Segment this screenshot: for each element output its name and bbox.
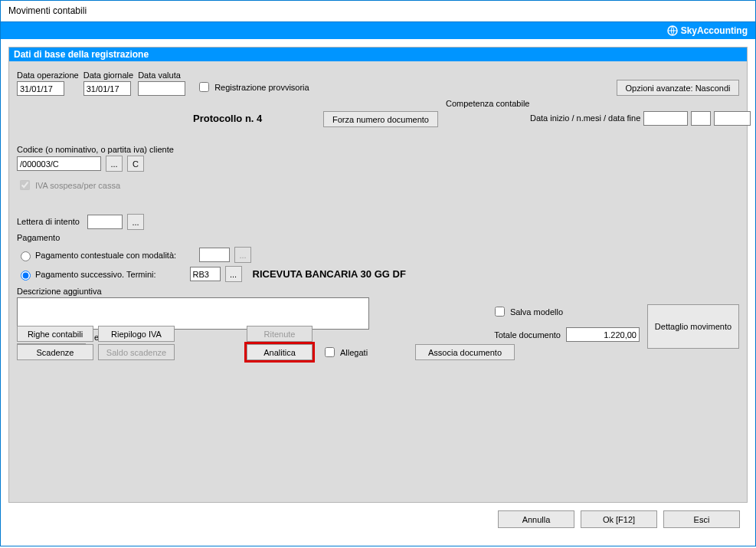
righe-contabili-button[interactable]: Righe contabili (17, 326, 93, 342)
pagamento-header: Pagamento (17, 233, 739, 242)
esci-button[interactable]: Esci (663, 510, 740, 528)
competenza-mesi-input[interactable] (691, 111, 711, 126)
iva-sospesa-checkbox (20, 180, 30, 190)
codice-cliente-label: Codice (o nominativo, o partita iva) cli… (17, 145, 739, 154)
iva-sospesa-label: IVA sospesa/per cassa (35, 181, 120, 190)
opzioni-avanzate-button[interactable]: Opzioni avanzate: Nascondi (617, 80, 739, 96)
pagamento-contestuale-browse-button: ... (234, 247, 251, 263)
pagamento-successivo-input[interactable] (190, 267, 221, 281)
associa-documento-button[interactable]: Associa documento (415, 344, 515, 360)
window-titlebar: Movimenti contabili (1, 1, 755, 22)
totale-label: Totale documento (494, 330, 561, 340)
competenza-header: Competenza contabile (446, 99, 529, 108)
registrazione-provvisoria-label: Registrazione provvisoria (214, 83, 309, 92)
lettera-intento-label: Lettera di intento (17, 217, 78, 226)
totale-input[interactable] (566, 327, 640, 342)
lettera-intento-browse-button[interactable]: ... (127, 214, 144, 230)
salva-modello-checkbox[interactable] (495, 307, 505, 317)
pagamento-contestuale-label: Pagamento contestuale con modalità: (35, 251, 176, 260)
pagamento-successivo-radio[interactable] (21, 271, 31, 281)
data-valuta-input[interactable] (138, 81, 185, 96)
data-valuta-label: Data valuta (138, 71, 185, 80)
competenza-fine-input[interactable] (714, 111, 751, 126)
section-header: Dati di base della registrazione (9, 48, 747, 61)
competenza-label: Data inizio / n.mesi / data fine (530, 113, 640, 123)
data-giornale-input[interactable] (83, 81, 131, 96)
ritenute-button: Ritenute (247, 326, 313, 342)
dettaglio-movimento-button[interactable]: Dettaglio movimento (647, 304, 739, 349)
brand-bar: SkyAccounting (1, 22, 755, 39)
pagamento-successivo-radio-wrap[interactable]: Pagamento successivo. Termini: (17, 268, 156, 281)
codice-cliente-c-button[interactable]: C (127, 156, 144, 172)
scadenze-button[interactable]: Scadenze (17, 344, 93, 360)
window-title: Movimenti contabili (8, 5, 87, 16)
pagamento-successivo-label: Pagamento successivo. Termini: (35, 270, 156, 279)
protocollo-label: Protocollo n. 4 (193, 113, 262, 124)
codice-cliente-input[interactable] (17, 156, 101, 171)
descrizione-label: Descrizione aggiuntiva (17, 287, 739, 296)
pagamento-contestuale-radio-wrap[interactable]: Pagamento contestuale con modalità: (17, 249, 176, 261)
annulla-button[interactable]: Annulla (498, 510, 574, 528)
forza-documento-button[interactable]: Forza numero documento (323, 111, 438, 127)
allegati-label: Allegati (340, 348, 368, 357)
saldo-scadenze-button: Saldo scadenze (98, 344, 175, 360)
salva-modello-label: Salva modello (510, 307, 563, 317)
pagamento-successivo-browse-button[interactable]: ... (225, 266, 242, 282)
pagamento-successivo-desc: RICEVUTA BANCARIA 30 GG DF (253, 268, 406, 280)
pagamento-contestuale-input (199, 248, 230, 262)
riepilogo-iva-button[interactable]: Riepilogo IVA (98, 326, 175, 342)
globe-icon (667, 25, 678, 36)
allegati-checkbox[interactable] (325, 347, 335, 357)
analitica-button[interactable]: Analitica (247, 344, 313, 360)
data-operazione-label: Data operazione (17, 71, 79, 80)
competenza-inizio-input[interactable] (643, 111, 688, 126)
registrazione-provvisoria-checkbox[interactable] (199, 82, 209, 92)
codice-cliente-browse-button[interactable]: ... (106, 156, 123, 172)
lettera-intento-input[interactable] (87, 215, 123, 229)
data-operazione-input[interactable] (17, 81, 64, 96)
pagamento-contestuale-radio[interactable] (21, 251, 31, 261)
data-giornale-label: Data giornale (83, 71, 133, 80)
brand-name: SkyAccounting (681, 25, 748, 36)
ok-button[interactable]: Ok [F12] (581, 510, 657, 528)
